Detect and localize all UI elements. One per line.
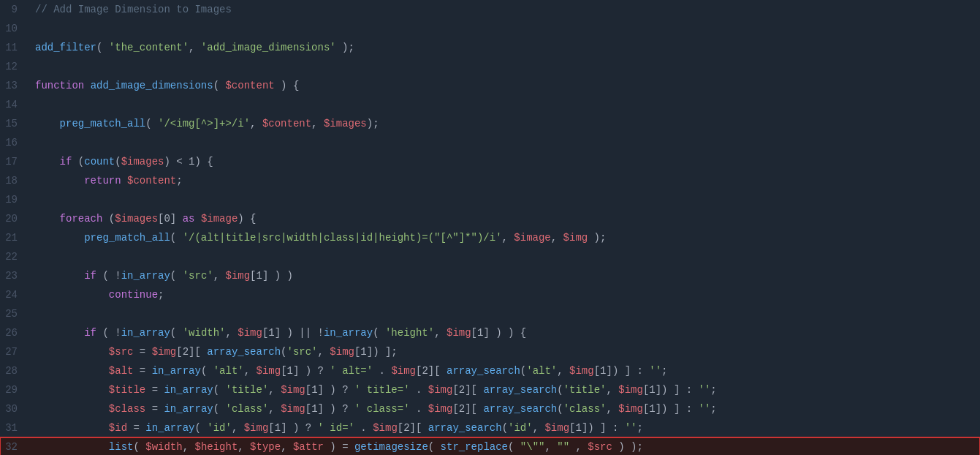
line-content: preg_match_all( '/<img[^>]+>/i', $conten…	[28, 118, 980, 129]
line-content	[28, 23, 980, 34]
code-editor: 9// Add Image Dimension to Images10 11ad…	[0, 0, 980, 455]
code-line: 12	[0, 57, 980, 76]
line-number: 28	[0, 365, 28, 377]
line-content: foreach ($images[0] as $image) {	[28, 213, 980, 225]
line-number: 10	[0, 23, 28, 34]
line-content: $title = in_array( 'title', $img[1] ) ? …	[28, 384, 980, 396]
line-number: 11	[0, 42, 28, 53]
code-line: 18 return $content;	[0, 171, 980, 190]
line-number: 26	[0, 327, 28, 339]
line-number: 23	[0, 270, 28, 282]
line-number: 29	[0, 384, 28, 396]
code-line: 31 $id = in_array( 'id', $img[1] ) ? ' i…	[0, 418, 980, 437]
line-number: 9	[0, 4, 28, 15]
line-content: if ( !in_array( 'src', $img[1] ) )	[28, 270, 980, 282]
line-content	[28, 308, 980, 320]
code-line: 19	[0, 190, 980, 209]
line-number: 25	[0, 308, 28, 320]
code-line: 25	[0, 304, 980, 323]
line-content	[28, 99, 980, 110]
line-content: return $content;	[28, 175, 980, 187]
code-line: 21 preg_match_all( '/(alt|title|src|widt…	[0, 228, 980, 247]
code-line: 29 $title = in_array( 'title', $img[1] )…	[0, 380, 980, 399]
code-line: 11add_filter( 'the_content', 'add_image_…	[0, 38, 980, 57]
line-content: $id = in_array( 'id', $img[1] ) ? ' id='…	[28, 422, 980, 434]
line-content	[28, 194, 980, 206]
line-number: 19	[0, 194, 28, 206]
line-number: 13	[0, 80, 28, 91]
line-number: 22	[0, 251, 28, 263]
code-line: 27 $src = $img[2][ array_search('src', $…	[0, 342, 980, 361]
line-content: $class = in_array( 'class', $img[1] ) ? …	[28, 403, 980, 415]
code-line: 16	[0, 133, 980, 152]
line-content: preg_match_all( '/(alt|title|src|width|c…	[28, 232, 980, 244]
code-line: 24 continue;	[0, 285, 980, 304]
line-number: 12	[0, 61, 28, 72]
code-line: 9// Add Image Dimension to Images	[0, 0, 980, 19]
line-content: continue;	[28, 289, 980, 301]
line-number: 15	[0, 118, 28, 129]
code-line: 14	[0, 95, 980, 114]
line-number: 31	[0, 422, 28, 434]
line-content	[28, 61, 980, 72]
line-content: if ( !in_array( 'width', $img[1] ) || !i…	[28, 327, 980, 339]
code-line: 10	[0, 19, 980, 38]
line-number: 18	[0, 175, 28, 187]
line-number: 16	[0, 137, 28, 148]
code-line: 17 if (count($images) < 1) {	[0, 152, 980, 171]
code-line: 20 foreach ($images[0] as $image) {	[0, 209, 980, 228]
line-content: // Add Image Dimension to Images	[28, 4, 980, 15]
line-number: 30	[0, 403, 28, 415]
code-line: 26 if ( !in_array( 'width', $img[1] ) ||…	[0, 323, 980, 342]
line-number: 20	[0, 213, 28, 225]
code-line: 22	[0, 247, 980, 266]
line-number: 27	[0, 346, 28, 358]
line-number: 24	[0, 289, 28, 301]
line-content	[28, 137, 980, 148]
line-number: 14	[0, 99, 28, 110]
line-content: if (count($images) < 1) {	[28, 156, 980, 168]
line-number: 21	[0, 232, 28, 244]
line-number: 32	[0, 441, 28, 453]
line-content: list( $width, $height, $type, $attr ) = …	[28, 441, 980, 453]
code-line: 13function add_image_dimensions( $conten…	[0, 76, 980, 95]
line-content	[28, 251, 980, 263]
line-content: function add_image_dimensions( $content …	[28, 80, 980, 91]
line-content: $alt = in_array( 'alt', $img[1] ) ? ' al…	[28, 365, 980, 377]
code-line: 32 list( $width, $height, $type, $attr )…	[0, 437, 980, 455]
code-line: 15 preg_match_all( '/<img[^>]+>/i', $con…	[0, 114, 980, 133]
line-number: 17	[0, 156, 28, 168]
code-line: 30 $class = in_array( 'class', $img[1] )…	[0, 399, 980, 418]
code-line: 28 $alt = in_array( 'alt', $img[1] ) ? '…	[0, 361, 980, 380]
line-content: $src = $img[2][ array_search('src', $img…	[28, 346, 980, 358]
line-content: add_filter( 'the_content', 'add_image_di…	[28, 42, 980, 53]
code-line: 23 if ( !in_array( 'src', $img[1] ) )	[0, 266, 980, 285]
